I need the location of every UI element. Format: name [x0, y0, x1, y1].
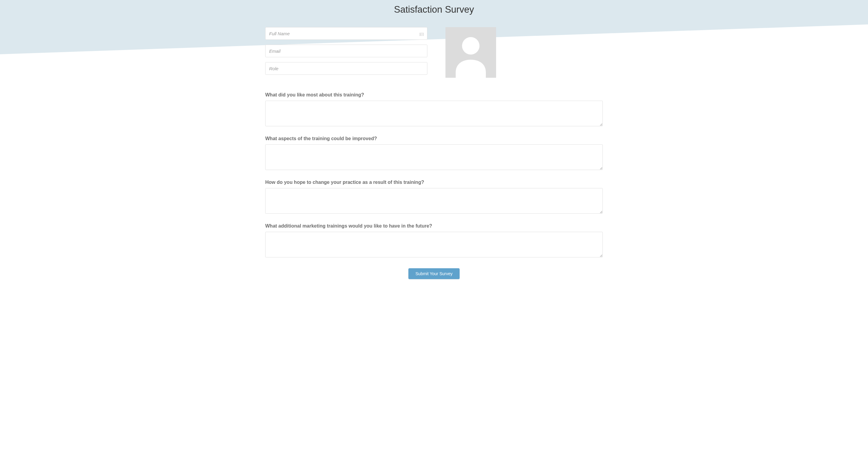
top-section [265, 27, 603, 78]
question-textarea-4[interactable] [265, 232, 603, 257]
question-textarea-2[interactable] [265, 145, 603, 170]
question-group-2: What aspects of the training could be im… [265, 136, 603, 171]
fields-column [265, 27, 427, 78]
email-wrapper [265, 44, 427, 57]
avatar-placeholder[interactable] [445, 27, 496, 78]
page-title: Satisfaction Survey [265, 0, 603, 27]
question-group-1: What did you like most about this traini… [265, 92, 603, 127]
role-input[interactable] [265, 62, 427, 75]
id-card-icon [420, 32, 424, 35]
question-label-4: What additional marketing trainings woul… [265, 223, 603, 229]
question-label-3: How do you hope to change your practice … [265, 180, 603, 185]
submit-button[interactable]: Submit Your Survey [408, 268, 460, 279]
question-group-3: How do you hope to change your practice … [265, 180, 603, 215]
email-input[interactable] [265, 44, 427, 57]
form-container: Satisfaction Survey [259, 0, 609, 285]
full-name-input[interactable] [265, 27, 427, 40]
full-name-wrapper [265, 27, 427, 40]
svg-point-6 [462, 37, 479, 55]
role-wrapper [265, 62, 427, 75]
question-textarea-3[interactable] [265, 188, 603, 214]
question-label-1: What did you like most about this traini… [265, 92, 603, 98]
submit-wrapper: Submit Your Survey [265, 267, 603, 285]
question-group-4: What additional marketing trainings woul… [265, 223, 603, 259]
svg-point-1 [421, 33, 421, 34]
question-label-2: What aspects of the training could be im… [265, 136, 603, 142]
question-textarea-1[interactable] [265, 101, 603, 126]
